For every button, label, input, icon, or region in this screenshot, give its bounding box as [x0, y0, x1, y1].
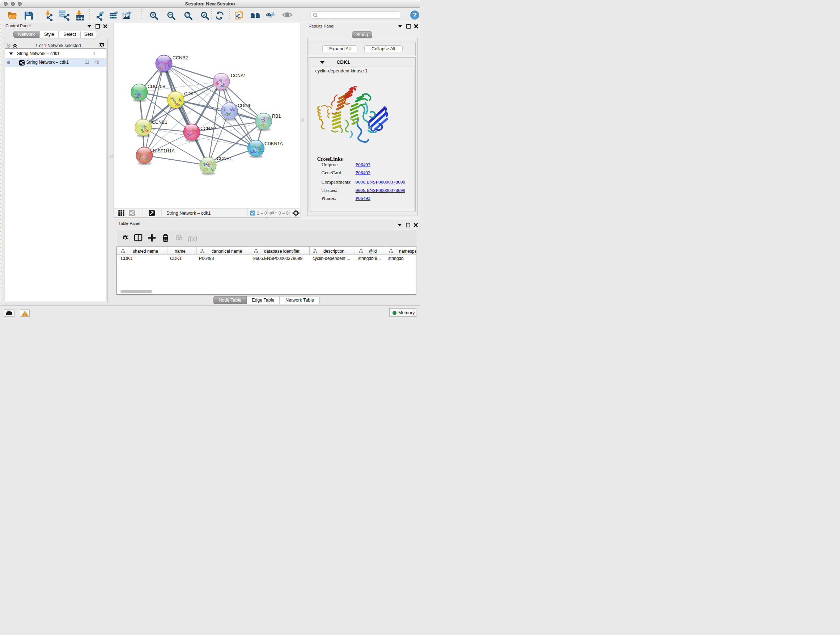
svg-text:String Network – cdk1: String Network – cdk1	[166, 211, 210, 216]
svg-text:CDC25B: CDC25B	[148, 84, 165, 89]
svg-text:0 – 0: 0 – 0	[279, 211, 289, 216]
svg-text:CDK1: CDK1	[184, 91, 196, 96]
svg-text:database identifier: database identifier	[264, 249, 300, 253]
svg-text:f(x): f(x)	[188, 234, 197, 242]
svg-text:CCNA1: CCNA1	[231, 73, 246, 78]
svg-text:RB1: RB1	[272, 114, 281, 119]
svg-text:name: name	[175, 249, 186, 253]
svg-text:CCNB1: CCNB1	[152, 120, 167, 125]
svg-text:canonical name: canonical name	[212, 249, 242, 253]
svg-text:stringdb:9...: stringdb:9...	[358, 256, 381, 261]
svg-text:namespac: namespac	[399, 249, 416, 253]
svg-text:cyclin-dependent ...: cyclin-dependent ...	[313, 256, 350, 261]
svg-text:description: description	[324, 249, 344, 253]
svg-text:CDK1: CDK1	[170, 256, 182, 261]
svg-text:CCNE1: CCNE1	[217, 156, 232, 161]
svg-text:CCNB2: CCNB2	[172, 55, 188, 60]
svg-text:stringdb: stringdb	[388, 256, 404, 261]
svg-text:@id: @id	[369, 249, 377, 253]
svg-text:9606.ENSP00000378699: 9606.ENSP00000378699	[253, 256, 302, 261]
svg-text:CCNA2: CCNA2	[201, 126, 216, 131]
svg-text:CDC6: CDC6	[238, 103, 250, 108]
svg-text:1 – 0: 1 – 0	[257, 211, 267, 216]
svg-text:shared name: shared name	[133, 249, 158, 253]
svg-text:CDKN1A: CDKN1A	[264, 141, 283, 146]
svg-text:P06493: P06493	[199, 256, 214, 261]
svg-text:HIST1H1A: HIST1H1A	[153, 149, 175, 154]
svg-text:CDK1: CDK1	[121, 256, 133, 261]
